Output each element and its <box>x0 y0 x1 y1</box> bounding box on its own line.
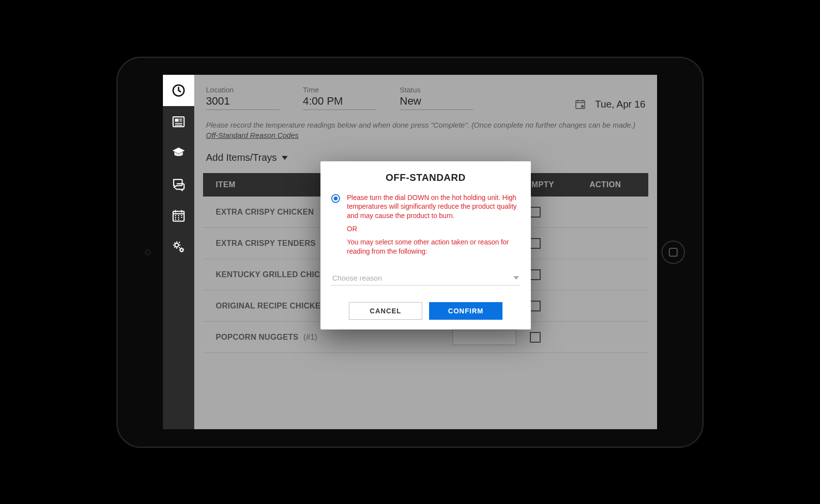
screen: Location 3001 Time 4:00 PM Status New <box>163 75 657 429</box>
clock-icon <box>171 83 186 98</box>
modal-title: OFF-STANDARD <box>331 172 520 183</box>
svg-rect-4 <box>179 121 182 122</box>
home-button[interactable] <box>661 241 685 264</box>
graduation-cap-icon <box>171 146 186 160</box>
modal-msg2: You may select some other action taken o… <box>347 238 520 256</box>
gears-icon <box>171 240 186 254</box>
modal-message: Please turn the dial DOWN on the hot hol… <box>347 193 520 260</box>
calendar-icon <box>171 208 186 223</box>
sidebar-item-chat[interactable] <box>163 169 194 200</box>
reason-radio[interactable] <box>331 194 340 203</box>
newspaper-icon <box>171 114 186 129</box>
chevron-down-icon <box>513 276 519 280</box>
modal-or: OR <box>347 224 520 234</box>
cancel-button[interactable]: CANCEL <box>349 302 422 320</box>
reason-placeholder: Choose reason <box>332 274 382 282</box>
svg-point-9 <box>180 248 183 251</box>
svg-rect-5 <box>175 123 182 124</box>
off-standard-modal: OFF-STANDARD Please turn the dial DOWN o… <box>320 161 531 329</box>
svg-rect-2 <box>175 119 179 122</box>
sidebar <box>163 75 194 429</box>
ipad-frame: Location 3001 Time 4:00 PM Status New <box>116 57 704 448</box>
svg-point-8 <box>175 243 179 247</box>
modal-msg1: Please turn the dial DOWN on the hot hol… <box>347 193 520 221</box>
sidebar-item-news[interactable] <box>163 106 194 137</box>
content: Location 3001 Time 4:00 PM Status New <box>194 75 657 429</box>
chat-icon <box>171 177 186 192</box>
sidebar-item-calendar[interactable] <box>163 200 194 231</box>
svg-rect-6 <box>175 125 182 126</box>
sidebar-item-settings[interactable] <box>163 231 194 263</box>
front-camera <box>145 249 151 255</box>
sidebar-item-training[interactable] <box>163 137 194 169</box>
svg-rect-3 <box>179 119 182 120</box>
confirm-button[interactable]: CONFIRM <box>429 302 502 320</box>
reason-select[interactable]: Choose reason <box>331 271 520 285</box>
sidebar-item-clock[interactable] <box>163 75 194 106</box>
